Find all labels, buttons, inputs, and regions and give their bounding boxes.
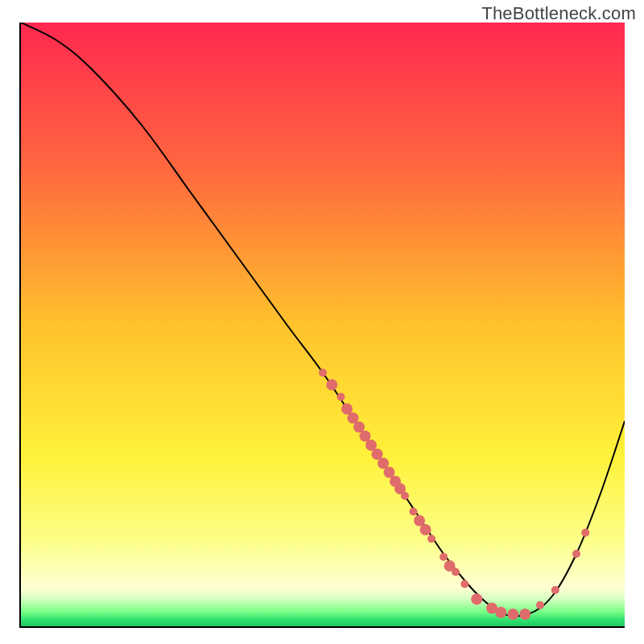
plot-area — [19, 23, 625, 628]
marker-dot — [519, 609, 530, 620]
marker-dot — [460, 580, 469, 588]
marker-dot — [427, 535, 436, 543]
marker-dot — [401, 492, 409, 500]
marker-dot — [507, 609, 518, 620]
marker-dot — [410, 508, 418, 516]
marker-dot — [572, 550, 580, 558]
marker-dot — [420, 524, 431, 535]
marker-dot — [581, 529, 589, 537]
marker-dot — [471, 593, 482, 605]
marker-dot — [319, 369, 327, 377]
marker-dot — [326, 379, 337, 390]
marker-dot — [551, 586, 559, 594]
curve-layer — [21, 23, 625, 626]
marker-dot — [440, 553, 448, 561]
marker-dot — [337, 393, 345, 401]
marker-dot — [536, 601, 544, 609]
chart-container: TheBottleneck.com — [0, 0, 644, 644]
watermark-text: TheBottleneck.com — [481, 3, 636, 24]
marker-dot — [495, 607, 506, 618]
highlight-dots — [319, 369, 589, 620]
bottleneck-curve — [21, 23, 625, 617]
marker-dot — [452, 568, 460, 576]
